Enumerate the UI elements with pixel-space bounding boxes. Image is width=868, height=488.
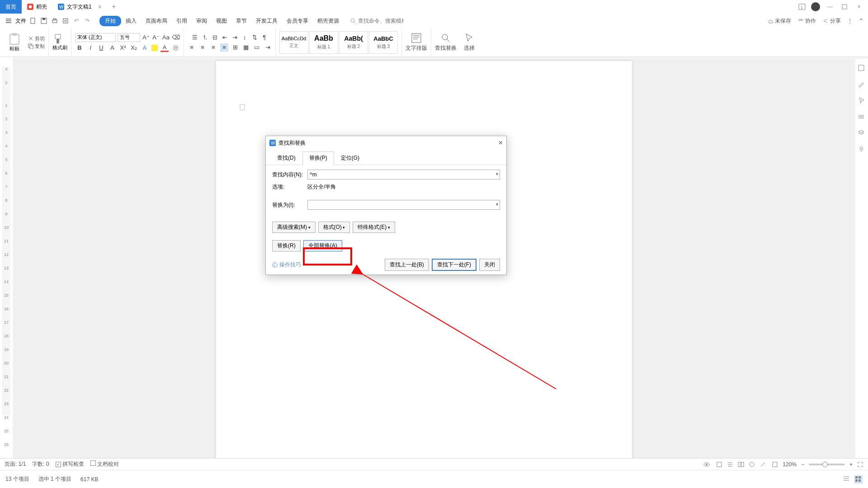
vertical-ruler[interactable]: 4212345678910111213141516171819202122232… bbox=[2, 67, 10, 415]
distribute-icon[interactable]: ⊞ bbox=[231, 43, 239, 52]
phonetic-button[interactable]: ㊟ bbox=[171, 44, 179, 52]
align-right-icon[interactable]: ≡ bbox=[209, 43, 217, 52]
unsaved-indicator[interactable]: 未保存 bbox=[767, 17, 791, 25]
style-heading3[interactable]: AaBbC标题 3 bbox=[369, 31, 398, 54]
shading-icon[interactable]: ▦ bbox=[242, 43, 250, 52]
close-window-button[interactable]: × bbox=[854, 2, 863, 11]
subscript-button[interactable]: X₂ bbox=[130, 44, 138, 52]
clear-format-icon[interactable]: ⌫ bbox=[172, 33, 180, 42]
sidebar-settings-icon[interactable] bbox=[858, 113, 866, 121]
menu-tab-section[interactable]: 章节 bbox=[231, 15, 251, 27]
collapse-ribbon-icon[interactable]: ⌃ bbox=[859, 18, 863, 24]
sort-icon[interactable]: ⇅ bbox=[250, 33, 259, 42]
find-dropdown-icon[interactable]: ▾ bbox=[496, 171, 498, 176]
text-effect-button[interactable]: A bbox=[141, 44, 149, 52]
font-increase-icon[interactable]: A⁺ bbox=[142, 33, 150, 42]
fullscreen-icon[interactable] bbox=[857, 461, 863, 468]
zoom-thumb[interactable] bbox=[822, 462, 828, 467]
spell-check-toggle[interactable]: ✓ 拼写检查 bbox=[56, 460, 84, 468]
menu-tab-review[interactable]: 审阅 bbox=[192, 15, 212, 27]
replace-all-button[interactable]: 全部替换(A) bbox=[303, 240, 342, 251]
bold-button[interactable]: B bbox=[75, 44, 84, 52]
find-next-button[interactable]: 查找下一处(F) bbox=[432, 259, 476, 271]
find-replace-button[interactable]: 查找替换 bbox=[435, 33, 457, 52]
replace-dropdown-icon[interactable]: ▾ bbox=[496, 202, 498, 207]
page-indicator[interactable]: 页面: 1/1 bbox=[5, 460, 26, 468]
view-outline-icon[interactable] bbox=[726, 460, 735, 469]
font-decrease-icon[interactable]: A⁻ bbox=[152, 33, 160, 42]
line-spacing-icon[interactable]: ↕ bbox=[241, 33, 249, 42]
tab-home[interactable]: 首页 bbox=[0, 0, 22, 14]
cut-button[interactable]: 剪切 bbox=[28, 35, 45, 42]
zoom-fit-icon[interactable] bbox=[772, 461, 778, 468]
zoom-out-button[interactable]: − bbox=[801, 461, 804, 468]
highlight-button[interactable] bbox=[151, 45, 158, 51]
find-prev-button[interactable]: 查找上一处(B) bbox=[385, 259, 429, 271]
word-count[interactable]: 字数: 0 bbox=[32, 460, 49, 468]
user-avatar[interactable] bbox=[811, 2, 820, 11]
view-web-icon[interactable] bbox=[747, 460, 756, 469]
menu-tab-resources[interactable]: 稻壳资源 bbox=[313, 15, 344, 27]
italic-button[interactable]: I bbox=[86, 44, 94, 52]
redo-icon[interactable]: ↷ bbox=[83, 17, 91, 25]
number-list-icon[interactable]: ⒈ bbox=[201, 33, 209, 42]
file-menu[interactable]: 文件 bbox=[15, 17, 26, 25]
zoom-value[interactable]: 120% bbox=[783, 461, 797, 468]
text-layout-button[interactable]: 文字排版 bbox=[406, 33, 427, 52]
sidebar-location-icon[interactable] bbox=[858, 146, 866, 154]
minimize-button[interactable]: — bbox=[826, 2, 835, 11]
dialog-tab-goto[interactable]: 定位(G) bbox=[334, 152, 366, 165]
strikethrough-button[interactable]: A̵ bbox=[108, 44, 116, 52]
more-menu-icon[interactable]: ⋮ bbox=[847, 18, 853, 24]
increase-indent-icon[interactable]: ⇥ bbox=[231, 33, 239, 42]
paste-button[interactable]: 粘贴 bbox=[8, 33, 21, 52]
align-justify-icon[interactable]: ≡ bbox=[220, 43, 228, 52]
underline-button[interactable]: U bbox=[97, 44, 105, 52]
menu-tab-vip[interactable]: 会员专享 bbox=[282, 15, 313, 27]
zoom-slider[interactable] bbox=[809, 464, 845, 465]
hamburger-icon[interactable] bbox=[5, 17, 13, 25]
menu-tab-insert[interactable]: 插入 bbox=[121, 15, 141, 27]
view-page-icon[interactable] bbox=[715, 460, 724, 469]
menu-tab-start[interactable]: 开始 bbox=[99, 16, 121, 26]
sidebar-pen-icon[interactable] bbox=[858, 81, 866, 89]
new-file-icon[interactable] bbox=[29, 17, 37, 25]
font-size-select[interactable] bbox=[118, 33, 140, 42]
view-large-icon[interactable] bbox=[854, 475, 863, 483]
maximize-button[interactable] bbox=[840, 2, 849, 11]
command-search[interactable] bbox=[350, 18, 403, 24]
sidebar-layers-icon[interactable] bbox=[858, 129, 866, 137]
format-button[interactable]: 格式(O) bbox=[318, 222, 350, 233]
multilevel-list-icon[interactable]: ⊟ bbox=[211, 33, 219, 42]
menu-tab-reference[interactable]: 引用 bbox=[172, 15, 192, 27]
search-input[interactable] bbox=[358, 18, 403, 24]
add-tab-button[interactable]: + bbox=[107, 3, 120, 11]
eye-icon[interactable] bbox=[703, 461, 710, 468]
proofread-toggle[interactable]: 文档校对 bbox=[90, 460, 119, 468]
coop-button[interactable]: 协作 bbox=[797, 17, 816, 25]
tips-link[interactable]: i 操作技巧 bbox=[272, 261, 301, 269]
dialog-tab-replace[interactable]: 替换(P) bbox=[302, 152, 334, 165]
view-details-icon[interactable] bbox=[843, 475, 851, 483]
share-button[interactable]: 分享 bbox=[822, 17, 841, 25]
border-icon[interactable]: ▭ bbox=[253, 43, 261, 52]
save-icon[interactable] bbox=[40, 17, 48, 25]
style-normal[interactable]: AaBbCcDd正文 bbox=[279, 31, 308, 54]
view-draft-icon[interactable] bbox=[758, 460, 767, 469]
dialog-close-btn[interactable]: 关闭 bbox=[479, 259, 500, 271]
select-button[interactable]: 选择 bbox=[464, 33, 475, 52]
tab-document[interactable]: W 文字文稿1 × bbox=[52, 0, 107, 14]
style-heading2[interactable]: AaBb(标题 2 bbox=[339, 31, 368, 54]
font-color-button[interactable]: A bbox=[160, 44, 169, 52]
tab-indicator-icon[interactable]: 1 bbox=[798, 3, 806, 10]
align-center-icon[interactable]: ≡ bbox=[198, 43, 207, 52]
copy-button[interactable]: 复制 bbox=[28, 43, 45, 50]
advanced-search-button[interactable]: 高级搜索(M) bbox=[272, 222, 316, 233]
menu-tab-view[interactable]: 视图 bbox=[212, 15, 231, 27]
special-format-button[interactable]: 特殊格式(E) bbox=[353, 222, 395, 233]
menu-tab-dev[interactable]: 开发工具 bbox=[251, 15, 282, 27]
replace-button[interactable]: 替换(R) bbox=[272, 240, 301, 251]
styles-gallery[interactable]: AaBbCcDd正文 AaBb标题 1 AaBb(标题 2 AaBbC标题 3 bbox=[279, 31, 398, 54]
sidebar-thumbnail-icon[interactable] bbox=[858, 64, 866, 72]
tab-icon[interactable]: ⇥ bbox=[264, 43, 272, 52]
